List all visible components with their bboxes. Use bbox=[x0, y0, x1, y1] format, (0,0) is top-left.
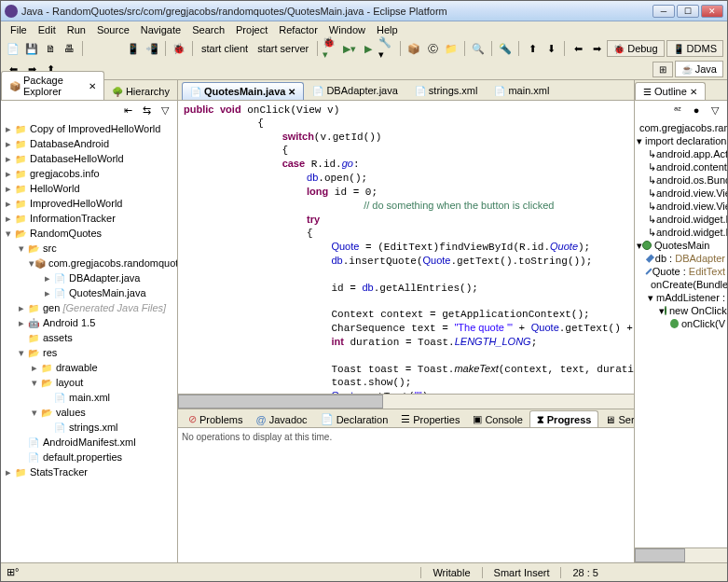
project-node[interactable]: DatabaseAndroid bbox=[30, 138, 109, 149]
tab-console[interactable]: ▣ Console bbox=[466, 411, 529, 427]
debug-dropdown[interactable]: 🐞▾ bbox=[323, 40, 339, 57]
back-button[interactable]: ⬅ bbox=[570, 40, 586, 57]
file-defprops[interactable]: default.properties bbox=[43, 451, 122, 463]
annotation-prev-button[interactable]: ⬆ bbox=[524, 40, 541, 57]
file-dbadapter[interactable]: DBAdapter.java bbox=[69, 272, 140, 284]
project-node[interactable]: Copy of ImprovedHelloWorld bbox=[30, 123, 160, 134]
tab-properties[interactable]: ☰ Properties bbox=[394, 411, 466, 427]
menu-file[interactable]: File bbox=[5, 24, 33, 35]
project-node[interactable]: InformationTracker bbox=[30, 213, 116, 224]
outline-import[interactable]: android.content.Co bbox=[656, 161, 727, 173]
open-type-button[interactable]: 🔍 bbox=[470, 40, 487, 57]
new-package-button[interactable]: 📦 bbox=[405, 40, 422, 57]
link-editor-button[interactable]: ⇆ bbox=[138, 102, 155, 118]
tab-declaration[interactable]: 📄 Declaration bbox=[314, 411, 395, 427]
collapse-all-button[interactable]: ⇤ bbox=[119, 102, 136, 118]
project-node[interactable]: gregjacobs.info bbox=[30, 168, 100, 179]
folder-drawable[interactable]: drawable bbox=[56, 362, 98, 373]
new-class-button[interactable]: Ⓒ bbox=[424, 40, 441, 57]
project-node[interactable]: ImprovedHelloWorld bbox=[30, 198, 122, 209]
new-folder-button[interactable]: 📁 bbox=[443, 40, 460, 57]
editor-tab-dbadapter[interactable]: 📄 DBAdapter.java bbox=[304, 81, 405, 100]
file-manifest[interactable]: AndroidManifest.xml bbox=[43, 436, 136, 448]
print-button[interactable]: 🖶 bbox=[61, 40, 77, 57]
run-dropdown[interactable]: ▶▾ bbox=[341, 40, 358, 57]
outline-import[interactable]: android.widget.Edit bbox=[656, 227, 727, 238]
editor-tab-stringsxml[interactable]: 📄 strings.xml bbox=[406, 81, 487, 100]
outline-anon-class[interactable]: new OnClickLi bbox=[669, 305, 727, 316]
package-node[interactable]: com.gregjacobs.randomquotes bbox=[48, 257, 177, 269]
perspective-ddms[interactable]: 📱 DDMS bbox=[666, 40, 723, 57]
outline-import[interactable]: android.view.View.O bbox=[656, 201, 727, 212]
library-android[interactable]: Android 1.5 bbox=[43, 317, 95, 328]
file-mainxml[interactable]: main.xml bbox=[69, 392, 110, 403]
new-button[interactable]: 📄 bbox=[5, 40, 21, 57]
sort-button[interactable]: ᵃᶻ bbox=[669, 102, 686, 118]
outline-import[interactable]: android.app.Activit bbox=[656, 148, 727, 159]
perspective-debug[interactable]: 🐞 Debug bbox=[607, 40, 664, 57]
outline-imports[interactable]: import declarations bbox=[645, 135, 727, 146]
file-stringsxml[interactable]: strings.xml bbox=[69, 422, 118, 433]
outline-method-onclick[interactable]: onClick(V bbox=[681, 318, 725, 329]
outline-import[interactable]: android.os.Bundle bbox=[656, 174, 727, 186]
outline-method-oncreate[interactable]: onCreate(Bundle) bbox=[651, 279, 727, 290]
tab-progress[interactable]: ⧗ Progress bbox=[529, 410, 599, 427]
project-statstracker[interactable]: StatsTracker bbox=[30, 466, 88, 478]
view-menu-button[interactable]: ▽ bbox=[157, 102, 173, 118]
folder-src[interactable]: src bbox=[43, 242, 57, 254]
menu-project[interactable]: Project bbox=[230, 24, 273, 35]
avd-button[interactable]: 📲 bbox=[144, 40, 160, 57]
view-menu-button[interactable]: ▽ bbox=[707, 102, 723, 118]
project-node[interactable]: DatabaseHelloWorld bbox=[30, 153, 124, 164]
outline-package[interactable]: com.gregjacobs.random bbox=[639, 122, 727, 133]
save-button[interactable]: 💾 bbox=[23, 40, 40, 57]
perspective-java[interactable]: ☕ Java bbox=[675, 61, 723, 77]
open-perspective-button[interactable]: ⊞ bbox=[652, 62, 673, 77]
folder-values[interactable]: values bbox=[56, 407, 86, 418]
hide-fields-button[interactable]: ● bbox=[688, 102, 705, 118]
menu-navigate[interactable]: Navigate bbox=[135, 24, 186, 35]
annotation-next-button[interactable]: ⬇ bbox=[543, 40, 559, 57]
menu-window[interactable]: Window bbox=[323, 24, 371, 35]
maximize-button[interactable]: ☐ bbox=[677, 5, 699, 18]
search-button[interactable]: 🔦 bbox=[497, 40, 514, 57]
outline-tree[interactable]: com.gregjacobs.random ▾import declaratio… bbox=[635, 119, 727, 547]
outline-field-listener[interactable]: mAddListener : On bbox=[656, 292, 727, 303]
tab-package-explorer[interactable]: 📦 Package Explorer ✕ bbox=[1, 71, 104, 100]
folder-res[interactable]: res bbox=[43, 347, 57, 358]
menu-source[interactable]: Source bbox=[91, 24, 135, 35]
debug-icon[interactable]: 🐞 bbox=[171, 40, 187, 57]
outline-import[interactable]: android.widget.But bbox=[656, 214, 727, 225]
menu-search[interactable]: Search bbox=[186, 24, 230, 35]
close-button[interactable]: ✕ bbox=[701, 5, 723, 18]
android-sdk-button[interactable]: 📱 bbox=[125, 40, 142, 57]
editor-tab-mainxml[interactable]: 📄 main.xml bbox=[486, 81, 557, 100]
menu-edit[interactable]: Edit bbox=[33, 24, 62, 35]
minimize-button[interactable]: ─ bbox=[652, 5, 675, 18]
save-all-button[interactable]: 🗎 bbox=[42, 40, 59, 57]
start-server-button[interactable]: start server bbox=[254, 43, 312, 54]
editor-horizontal-scrollbar[interactable] bbox=[178, 394, 634, 409]
start-client-button[interactable]: start client bbox=[198, 43, 252, 54]
run-last-button[interactable]: ▶ bbox=[360, 40, 377, 57]
outline-class[interactable]: QuotesMain bbox=[654, 240, 709, 251]
outline-horizontal-scrollbar[interactable] bbox=[635, 547, 727, 562]
tab-problems[interactable]: ⊘ Problems bbox=[182, 411, 249, 427]
editor-tab-quotesmain[interactable]: 📄 QuotesMain.java ✕ bbox=[182, 82, 304, 100]
tab-javadoc[interactable]: @ Javadoc bbox=[249, 412, 313, 427]
external-tools-button[interactable]: 🔧▾ bbox=[378, 40, 395, 57]
menu-help[interactable]: Help bbox=[371, 24, 404, 35]
project-randomquotes[interactable]: RandomQuotes bbox=[30, 228, 102, 239]
folder-gen[interactable]: gen [Generated Java Files] bbox=[43, 302, 166, 313]
menu-run[interactable]: Run bbox=[62, 24, 91, 35]
file-quotesmain[interactable]: QuotesMain.java bbox=[69, 287, 146, 298]
code-editor[interactable]: public void onClick(View v) { switch(v.g… bbox=[178, 101, 634, 394]
outline-import[interactable]: android.view.View bbox=[656, 187, 727, 199]
outline-field-quote[interactable]: Quote : EditText bbox=[652, 266, 725, 277]
package-explorer-tree[interactable]: ▸📁Copy of ImprovedHelloWorld ▸📁DatabaseA… bbox=[1, 119, 177, 562]
folder-assets[interactable]: assets bbox=[43, 332, 73, 343]
outline-field-db[interactable]: db : DBAdapter bbox=[655, 253, 725, 264]
project-node[interactable]: HelloWorld bbox=[30, 183, 80, 194]
tab-hierarchy[interactable]: 🌳 Hierarchy bbox=[104, 83, 177, 100]
menu-refactor[interactable]: Refactor bbox=[273, 24, 323, 35]
